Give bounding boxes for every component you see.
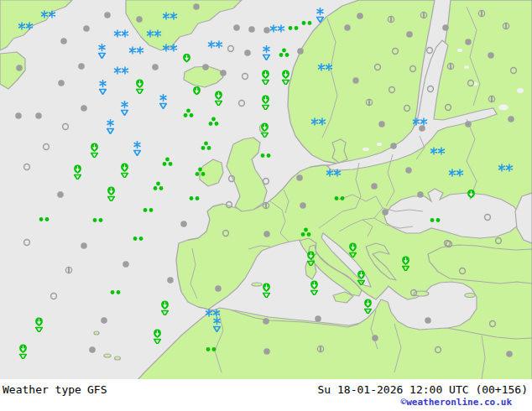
symbol-cloudy [424,316,432,325]
symbol-cloudy [80,242,88,250]
symbol-snow [207,40,223,49]
symbol-cloudy [418,124,426,133]
symbol-clear [391,47,399,55]
map-area [0,0,532,382]
symbol-partly [420,11,428,19]
symbol-cloudy [219,69,227,77]
symbol-cloudy [34,112,43,120]
symbol-clear [237,99,246,107]
symbol-clear [426,85,435,93]
symbol-snow-shower [212,317,222,332]
symbol-cloudy [100,316,108,325]
symbol-rain3 [208,117,219,127]
symbol-clear [467,79,475,87]
symbol-snow-shower [98,80,107,95]
map-type-label: Weather type [3,383,81,396]
symbol-clear [409,65,417,73]
symbol-rain3 [279,48,289,58]
symbol-drizzle [143,207,154,213]
symbol-partly [365,98,373,107]
symbol-clear [443,239,451,247]
symbol-cloudy [122,260,130,268]
symbol-rain-shower [281,70,290,85]
symbol-rain-shower [90,143,99,158]
symbol-rain-shower [401,256,410,271]
symbol-cloudy [263,230,271,238]
symbol-cloudy [405,30,414,39]
symbol-rain3 [300,227,311,237]
symbol-rain3 [195,167,206,177]
symbol-cloudy [135,15,143,23]
symbol-snow [162,44,178,52]
symbol-partly [477,9,486,18]
symbol-snow [498,164,514,172]
symbol-cloudy [15,64,23,72]
symbol-cloudy [299,201,307,210]
symbol-cloudy [505,350,514,358]
symbol-clear [222,229,230,237]
symbol-snow [205,309,221,317]
symbol-rain-shower [73,164,82,179]
symbol-cloudy [192,3,201,11]
symbol-snow [40,10,56,18]
symbol-snow [18,22,34,30]
symbol-drizzle [288,25,299,31]
symbol-cloudy [441,23,450,32]
model-label: GFS [87,383,107,396]
symbol-snow-shower [97,44,107,59]
symbol-drizzle [39,216,50,222]
symbol-cloudy [262,317,270,325]
symbol-drizzle [301,20,312,26]
symbol-cloudy [80,104,88,112]
copyright-link[interactable]: ©weatheronline.co.uk [401,397,512,408]
symbol-rain-shower [262,283,271,298]
symbol-cloudy [77,62,86,70]
symbol-snow-shower [262,45,271,60]
symbol-snow-shower [133,141,142,156]
symbol-rain-shower [18,344,28,359]
symbol-drizzle [430,217,441,223]
symbol-rain3 [153,181,164,191]
symbol-clear [483,213,492,221]
symbol-rain3 [201,141,211,151]
symbol-cloudy [56,190,65,199]
symbol-snow [146,29,162,38]
symbol-drizzle [334,195,345,201]
symbol-clear [23,238,31,247]
symbol-partly [316,345,325,353]
symbol-rain-shower [363,299,373,314]
symbol-cloudy [201,63,210,71]
symbol-clear [434,346,442,354]
symbol-cloudy [151,63,159,71]
symbol-snow-shower [316,8,325,23]
symbol-cloudy [314,315,322,323]
symbol-cloudy [88,346,96,354]
symbol-cloudy [232,23,241,32]
symbol-cloudy [464,120,472,128]
symbol-snow [128,46,144,55]
symbol-partly [502,22,510,30]
symbol-clear [241,72,249,81]
symbol-cloudy [352,76,360,85]
symbol-rain [182,53,191,64]
symbol-cloudy [464,38,472,46]
symbol-partly [387,15,395,23]
symbol-rain-shower [348,242,357,258]
symbol-clear [494,237,503,245]
symbol-cloudy [371,334,379,342]
symbol-partly [488,95,496,103]
symbol-cloudy [404,166,413,174]
symbol-snow [430,147,446,155]
symbol-cloudy [381,208,389,216]
footer: Weather type GFS Su 18-01-2026 12:00 UTC… [0,379,532,411]
symbol-clear [23,163,31,171]
symbol-clear [409,289,418,297]
symbol-partly [446,62,455,70]
symbol-rain-shower [310,280,319,295]
symbol-cloudy [166,276,175,284]
symbol-clear [425,46,434,55]
symbol-snow [113,66,129,75]
symbol-rain-shower [261,70,270,85]
symbol-clear [373,63,382,71]
symbol-drizzle [206,346,216,352]
